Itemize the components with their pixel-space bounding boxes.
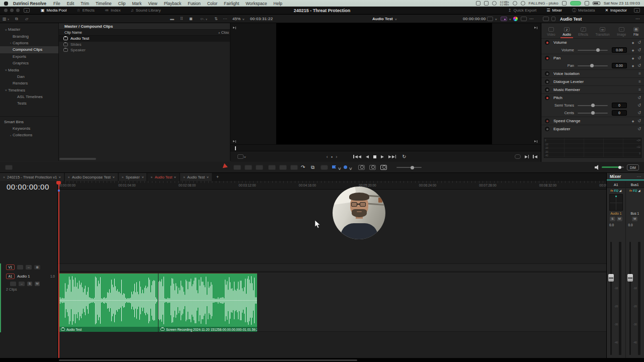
jog-control[interactable]: ‹ ● ›	[327, 154, 338, 159]
sidebar-item-timelines[interactable]: ∨Timelines	[0, 87, 58, 94]
solo-button[interactable]: S	[610, 217, 615, 221]
toggle-speed-change[interactable]	[545, 119, 549, 123]
video-auto-select-icon[interactable]: ↔	[26, 265, 32, 269]
timeline-clip-1[interactable]: Screen Recording 2024-11-20 151258-00.00…	[158, 273, 257, 332]
value-cents[interactable]: 0	[612, 110, 627, 116]
reset-icon[interactable]: ↺	[637, 96, 641, 100]
tab-video[interactable]: Video	[547, 27, 555, 37]
position-lock-icon[interactable]	[320, 165, 328, 170]
selection-tool-icon[interactable]	[223, 163, 229, 169]
toggle-music-remixer[interactable]	[545, 87, 549, 92]
status-icon-2[interactable]	[484, 1, 489, 6]
monitor-volume-slider[interactable]	[602, 166, 624, 168]
toggle-pan[interactable]	[545, 56, 549, 60]
param-volume[interactable]: Volume0.00◆↺	[541, 46, 644, 54]
tab-audio[interactable]: ♪Audio	[562, 27, 571, 37]
timeline-ruler[interactable]: 00:00:00:0000:01:04:0000:02:08:0000:03:1…	[58, 181, 606, 190]
search-icon[interactable]: ○⟍ ∨	[200, 16, 207, 22]
slider-cents[interactable]	[578, 113, 608, 114]
menu-mark[interactable]: Mark	[132, 1, 142, 6]
retime-curve-icon[interactable]: ↷	[301, 164, 305, 170]
timeline-hscrollbar[interactable]	[59, 359, 357, 361]
menu-help[interactable]: Help	[274, 1, 282, 6]
viewer-zoom-select[interactable]: 45%∨	[232, 15, 245, 23]
close-tab-icon[interactable]: ×	[122, 175, 124, 179]
video-lock-icon[interactable]	[17, 265, 23, 269]
timeline-zoom-slider[interactable]	[396, 167, 422, 168]
video-enable-icon[interactable]: ▦	[34, 265, 40, 269]
channel-fader[interactable]: -10-20-30-40-50	[626, 242, 644, 358]
color-wheel-icon[interactable]	[513, 15, 518, 23]
timeline-view-options-icon[interactable]	[5, 165, 13, 170]
status-icon-4[interactable]	[513, 1, 517, 6]
timeline-tab-audio-test[interactable]: ×Audio Test∨	[147, 173, 179, 181]
menu-fairlight[interactable]: Fairlight	[224, 1, 239, 6]
mute-button[interactable]: M	[617, 217, 622, 221]
keyframe-icon[interactable]: ◆	[632, 41, 634, 44]
menubar-clock[interactable]: Sat Nov 23 11:09:03	[604, 1, 640, 6]
full-extent-zoom-icon[interactable]	[358, 165, 365, 170]
sidebar-item-asl-timelines[interactable]: ASL Timelines	[0, 94, 58, 100]
button-media-pool[interactable]: ▣Media Pool	[36, 7, 72, 15]
overwrite-clip-icon[interactable]	[279, 165, 287, 170]
channel-fx-row[interactable]: fx EQ ◢	[626, 188, 644, 194]
sidebar-item-dan[interactable]: Dan	[0, 73, 58, 80]
viewer-scrub-bar[interactable]	[230, 144, 541, 151]
loop-button[interactable]: ↻	[402, 154, 406, 159]
chevron-down-icon[interactable]: ∨	[141, 175, 144, 178]
close-tab-icon[interactable]: ×	[68, 175, 70, 179]
inspector-list-icon[interactable]	[551, 15, 555, 23]
button-quick-export[interactable]: ↥Quick Export	[503, 7, 542, 15]
section-music-remixer[interactable]: Music Remixer≡	[541, 85, 644, 94]
replace-clip-icon[interactable]	[290, 165, 298, 170]
trim-edit-icon[interactable]	[233, 165, 241, 170]
chevron-down-icon[interactable]: ∨	[58, 175, 61, 178]
value-semi-tones[interactable]: 0	[612, 103, 627, 108]
status-icon-5[interactable]	[521, 1, 525, 6]
panel-toggle-right-icon[interactable]: ∨	[634, 8, 640, 13]
go-to-start-button[interactable]	[353, 155, 361, 158]
keyframe-icon[interactable]: ◆	[632, 48, 634, 52]
tab-file[interactable]: ▤File	[633, 27, 639, 37]
apple-menu-icon[interactable]	[4, 2, 8, 6]
menu-playback[interactable]: Playback	[164, 1, 182, 6]
inspector-more-icon[interactable]: ⋯	[635, 15, 639, 23]
button-effects[interactable]: ☆Effects	[72, 7, 100, 15]
audio-track-badge[interactable]: A1	[6, 274, 15, 279]
clip-row-audio-test[interactable]: Audio Test	[59, 36, 230, 42]
sidebar-item-tests[interactable]: Tests	[0, 100, 58, 107]
section-equalizer[interactable]: Equalizer↺	[541, 125, 644, 133]
menu-workspace[interactable]: Workspace	[246, 1, 267, 6]
zoom-window-button[interactable]	[16, 9, 20, 12]
slider-handle[interactable]	[590, 64, 594, 67]
sidebar-item-branding[interactable]: Branding	[0, 33, 58, 39]
link-clips-icon[interactable]: ⧉	[311, 164, 314, 170]
slider-handle[interactable]	[596, 48, 600, 52]
audio-track-header[interactable]: A1 Audio 1 1.0	[0, 274, 58, 279]
slider-handle[interactable]	[591, 104, 595, 107]
menu-fusion[interactable]: Fusion	[188, 1, 201, 6]
audio-track-name[interactable]: Audio 1	[17, 274, 30, 279]
app-menu-name[interactable]: DaVinci Resolve	[13, 1, 46, 6]
menu-color[interactable]: Color	[207, 1, 217, 6]
channel-fader[interactable]: -10-20-30-40-50	[607, 242, 626, 358]
sort-icon[interactable]: ⇅	[214, 16, 218, 22]
clip-list-hscrollbar[interactable]	[59, 158, 96, 160]
window-manager-icon[interactable]	[585, 1, 589, 6]
section-voice-isolation[interactable]: Voice Isolation≡	[541, 69, 644, 77]
reset-icon[interactable]: ↺	[637, 119, 641, 123]
link-bins-icon[interactable]: ⧉	[15, 16, 18, 22]
play-button[interactable]	[381, 155, 384, 158]
value-pan[interactable]: 0.00	[612, 63, 627, 68]
dual-viewer-icon[interactable]	[521, 15, 527, 23]
menu-file[interactable]: File	[53, 1, 60, 6]
camera-icon[interactable]: ∨	[501, 15, 511, 23]
keyframe-icon[interactable]: ◆	[632, 64, 634, 67]
status-icon-3[interactable]	[492, 1, 497, 6]
toggle-dialogue-leveler[interactable]	[545, 79, 549, 84]
menu-edit[interactable]: Edit	[67, 1, 74, 6]
param-cents[interactable]: Cents0↺	[541, 109, 644, 117]
stop-button[interactable]	[373, 155, 376, 158]
thumbnail-view-icon[interactable]: ⠿	[180, 16, 183, 22]
fader-handle[interactable]	[608, 274, 614, 282]
